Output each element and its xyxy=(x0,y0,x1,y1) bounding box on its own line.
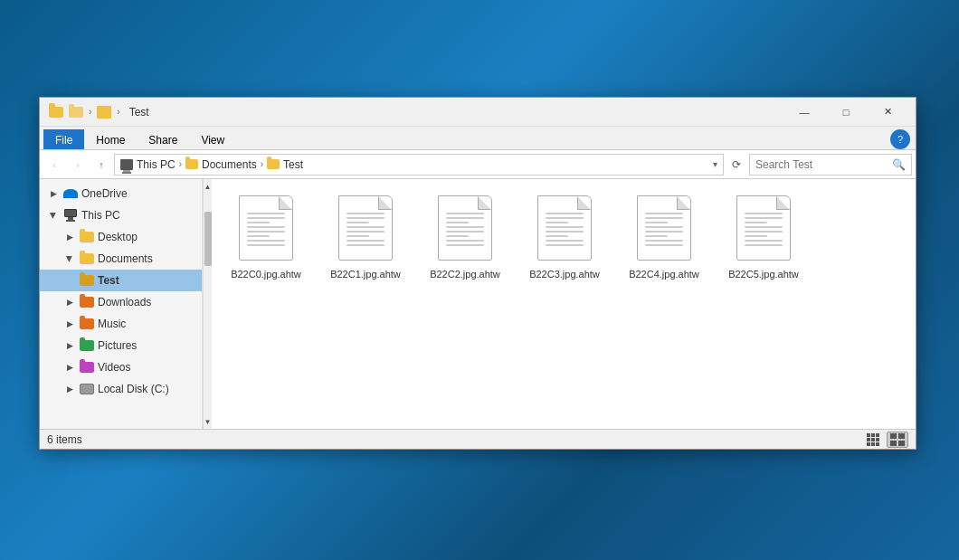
sidebar-item-downloads[interactable]: ▶ Downloads xyxy=(40,291,202,313)
tab-share[interactable]: Share xyxy=(137,129,189,149)
file-explorer-window: › › Test — □ ✕ File Home Share View ? ‹ … xyxy=(39,97,916,450)
expand-documents[interactable]: ▶ xyxy=(63,252,76,265)
maximize-button[interactable]: □ xyxy=(825,98,867,127)
music-icon xyxy=(80,318,94,330)
doc-line xyxy=(546,222,568,223)
tile-view-button[interactable] xyxy=(887,432,908,448)
sidebar-label-desktop: Desktop xyxy=(98,231,138,243)
file-item-3[interactable]: B22C3.jpg.ahtw xyxy=(519,188,610,284)
file-item-4[interactable]: B22C4.jpg.ahtw xyxy=(619,188,709,284)
address-path[interactable]: This PC › Documents › Test ▾ xyxy=(114,154,724,176)
scroll-down-button[interactable]: ▼ xyxy=(204,414,212,429)
doc-line xyxy=(645,213,683,214)
forward-button[interactable]: › xyxy=(67,154,89,176)
sidebar-item-documents[interactable]: ▶ Documents xyxy=(40,248,202,270)
this-pc-icon xyxy=(63,209,78,222)
expand-desktop[interactable]: ▶ xyxy=(63,231,76,243)
path-dropdown[interactable]: ▾ xyxy=(713,159,717,169)
doc-line xyxy=(745,226,783,228)
expand-onedrive[interactable]: ▶ xyxy=(47,187,60,200)
path-test: Test xyxy=(267,158,303,171)
doc-lines-2 xyxy=(446,213,484,249)
file-item-1[interactable]: B22C1.jpg.ahtw xyxy=(320,188,411,284)
list-view-button[interactable] xyxy=(863,432,885,448)
file-name-0: B22C0.jpg.ahtw xyxy=(231,268,301,280)
doc-line xyxy=(347,226,385,228)
expand-pictures[interactable]: ▶ xyxy=(63,339,76,352)
file-item-5[interactable]: B22C5.jpg.ahtw xyxy=(718,188,809,284)
list-view-icon xyxy=(867,433,881,446)
minimize-button[interactable]: — xyxy=(783,98,825,127)
doc-line xyxy=(446,240,484,242)
doc-line xyxy=(745,213,783,214)
expand-this-pc[interactable]: ▶ xyxy=(47,209,60,222)
doc-line xyxy=(446,213,484,214)
doc-lines-0 xyxy=(247,213,285,249)
svg-rect-8 xyxy=(876,442,879,446)
status-bar: 6 items xyxy=(40,429,916,449)
scroll-thumb[interactable] xyxy=(204,212,212,266)
back-button[interactable]: ‹ xyxy=(43,154,65,176)
help-button[interactable]: ? xyxy=(890,129,910,149)
tab-home[interactable]: Home xyxy=(84,129,137,149)
doc-line xyxy=(546,217,584,219)
sidebar-item-this-pc[interactable]: ▶ This PC xyxy=(40,204,202,226)
quick-access-icon xyxy=(95,103,113,121)
folder-icon-2 xyxy=(67,103,85,121)
ribbon-tabs: File Home Share View ? xyxy=(40,127,916,150)
doc-line xyxy=(546,235,568,237)
main-area: ▶ OneDrive ▶ xyxy=(40,179,916,429)
svg-rect-6 xyxy=(867,442,870,446)
sidebar-item-music[interactable]: ▶ Music xyxy=(40,313,202,335)
file-name-1: B22C1.jpg.ahtw xyxy=(330,268,401,280)
sidebar-label-music: Music xyxy=(98,318,126,330)
doc-line xyxy=(645,244,683,246)
doc-line xyxy=(546,244,584,246)
sidebar-item-pictures[interactable]: ▶ Pictures xyxy=(40,335,202,356)
doc-lines-3 xyxy=(546,213,584,249)
title-bar-icons: › › xyxy=(47,103,122,121)
doc-line xyxy=(247,244,285,246)
scroll-up-button[interactable]: ▲ xyxy=(204,179,212,194)
sidebar: ▶ OneDrive ▶ xyxy=(40,179,203,429)
sidebar-item-onedrive[interactable]: ▶ OneDrive xyxy=(40,183,202,204)
sidebar-item-local-disk[interactable]: ▶ Local Disk (C:) xyxy=(40,378,202,400)
expand-videos[interactable]: ▶ xyxy=(63,361,76,374)
doc-line xyxy=(247,231,285,233)
file-item-0[interactable]: B22C0.jpg.ahtw xyxy=(221,188,311,284)
svg-rect-3 xyxy=(867,438,870,441)
file-item-2[interactable]: B22C2.jpg.ahtw xyxy=(420,188,510,284)
close-button[interactable]: ✕ xyxy=(867,98,908,127)
sidebar-item-videos[interactable]: ▶ Videos xyxy=(40,356,202,378)
expand-music[interactable]: ▶ xyxy=(63,318,76,330)
desktop-folder-icon xyxy=(80,231,94,243)
computer-icon xyxy=(63,209,78,222)
title-separator-2: › xyxy=(117,107,119,117)
doc-icon-5 xyxy=(736,195,791,261)
documents-icon xyxy=(80,252,94,265)
doc-icon-1 xyxy=(338,195,393,261)
tile-view-icon xyxy=(890,433,905,446)
pictures-icon xyxy=(80,339,94,352)
sidebar-item-test[interactable]: Test xyxy=(40,270,202,291)
doc-line xyxy=(347,213,385,214)
expand-downloads[interactable]: ▶ xyxy=(63,296,76,308)
doc-line xyxy=(247,222,270,223)
title-separator: › xyxy=(89,107,91,117)
file-name-4: B22C4.jpg.ahtw xyxy=(629,268,699,280)
search-icon[interactable]: 🔍 xyxy=(892,158,906,171)
search-box[interactable]: 🔍 xyxy=(749,154,912,176)
doc-line xyxy=(745,235,767,237)
search-input[interactable] xyxy=(755,158,892,171)
test-folder-icon xyxy=(80,274,94,287)
tab-file[interactable]: File xyxy=(43,129,84,149)
expand-local-disk[interactable]: ▶ xyxy=(63,383,76,395)
onedrive-icon xyxy=(63,187,78,200)
doc-line xyxy=(446,217,484,219)
doc-line xyxy=(745,222,767,223)
tab-view[interactable]: View xyxy=(189,129,236,149)
refresh-button[interactable]: ⟳ xyxy=(726,154,747,176)
up-button[interactable]: ↑ xyxy=(90,154,112,176)
file-icon-container-4 xyxy=(632,192,696,264)
sidebar-item-desktop[interactable]: ▶ Desktop xyxy=(40,226,202,248)
